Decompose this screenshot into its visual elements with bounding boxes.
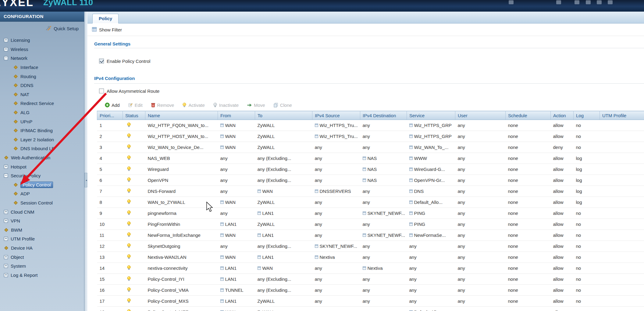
toolbar-remove-button[interactable]: Remove [151, 103, 174, 108]
cell-source[interactable]: any [312, 274, 360, 285]
expand-icon[interactable]: + [4, 264, 8, 268]
cell-status[interactable] [123, 208, 145, 219]
sidebar-item-layer-2-isolation[interactable]: Layer 2 Isolation [0, 135, 84, 144]
cell-user[interactable]: any [455, 153, 506, 164]
cell-status[interactable] [123, 142, 145, 153]
cell-schedule[interactable]: none [506, 230, 551, 241]
cell-destination[interactable]: any [360, 307, 407, 311]
cell-source[interactable]: any [312, 285, 360, 296]
sidebar-item-session-control[interactable]: Session Control [0, 198, 84, 208]
cell-service[interactable]: Wiz_HTTPS_GRP [407, 131, 455, 142]
cell-priority[interactable]: 9 [97, 208, 123, 219]
cell-service[interactable]: any [407, 296, 455, 307]
cell-from[interactable]: LAN1 [218, 274, 255, 285]
cell-from[interactable]: WAN [218, 197, 255, 208]
cell-action[interactable]: allow [551, 307, 574, 311]
tab-policy[interactable]: Policy [92, 14, 119, 24]
cell-priority[interactable]: 15 [97, 274, 123, 285]
cell-from[interactable]: any [218, 208, 255, 219]
sidebar-item-label[interactable]: DDNS [20, 83, 34, 88]
cell-status[interactable] [123, 131, 145, 142]
cell-schedule[interactable]: none [506, 307, 551, 311]
cell-log[interactable]: no [574, 131, 600, 142]
cell-status[interactable] [123, 285, 145, 296]
cell-from[interactable]: any [218, 153, 255, 164]
cell-schedule[interactable]: none [506, 164, 551, 175]
cell-log[interactable]: log [574, 153, 600, 164]
cell-schedule[interactable]: none [506, 263, 551, 274]
sidebar-item-device-ha[interactable]: Device HA [0, 244, 84, 253]
collapse-icon[interactable]: − [4, 174, 8, 178]
cell-priority[interactable]: 16 [97, 285, 123, 296]
cell-from[interactable]: any [218, 175, 255, 186]
cell-name[interactable]: nextiva-connectivity [145, 263, 218, 274]
toolbar-move-button[interactable]: Move [247, 103, 265, 108]
cell-to[interactable]: ZyWALL [255, 131, 312, 142]
cell-user[interactable]: any [455, 219, 506, 230]
cell-destination[interactable]: SKYNET_NEWF... [360, 230, 407, 241]
cell-from[interactable]: WAN [218, 230, 255, 241]
expand-icon[interactable]: + [4, 237, 8, 241]
cell-source[interactable]: any [312, 263, 360, 274]
policy-row-18[interactable]: 18Policy-Control_MEFWANZyWALLanyanyDefau… [97, 307, 644, 311]
cell-source[interactable]: any [312, 208, 360, 219]
sidebar-item-wireless[interactable]: +Wireless [0, 45, 84, 54]
policy-row-11[interactable]: 11NewForma_InfoExchangeWANLAN1anySKYNET_… [97, 230, 644, 241]
cell-name[interactable]: SkynetOutgoing [145, 241, 218, 252]
cell-utm[interactable] [600, 296, 644, 307]
toolbar-clone-button[interactable]: Clone [273, 103, 292, 108]
cell-priority[interactable]: 5 [97, 164, 123, 175]
cell-service[interactable]: Default_Allo... [407, 197, 455, 208]
cell-schedule[interactable]: none [506, 274, 551, 285]
cell-status[interactable] [123, 153, 145, 164]
cell-utm[interactable] [600, 186, 644, 197]
policy-row-8[interactable]: 8WAN_to_ZYWALLWANZyWALLanyanyDefault_All… [97, 197, 644, 208]
cell-utm[interactable] [600, 219, 644, 230]
policy-row-3[interactable]: 3Wiz_WAN_to_Device_De...WANZyWALLanyanyW… [97, 142, 644, 153]
cell-from[interactable]: WAN [218, 252, 255, 263]
cell-source[interactable]: any [312, 175, 360, 186]
cell-source[interactable]: any [312, 164, 360, 175]
cell-source[interactable]: any [312, 153, 360, 164]
cell-destination[interactable]: any [360, 120, 407, 131]
cell-status[interactable] [123, 274, 145, 285]
cell-destination[interactable]: NAS [360, 175, 407, 186]
sidebar-item-label[interactable]: Security Policy [11, 173, 41, 178]
sidebar-item-interface[interactable]: Interface [0, 63, 84, 72]
cell-priority[interactable]: 10 [97, 219, 123, 230]
cell-priority[interactable]: 12 [97, 241, 123, 252]
cell-schedule[interactable]: none [506, 131, 551, 142]
sidebar-item-system[interactable]: +System [0, 262, 84, 271]
cell-name[interactable]: NAS_WEB [145, 153, 218, 164]
cell-action[interactable]: allow [551, 197, 574, 208]
cell-to[interactable]: LAN1 [255, 230, 312, 241]
cell-from[interactable]: any [218, 186, 255, 197]
cell-from[interactable]: LAN1 [218, 219, 255, 230]
cell-source[interactable]: SKYNET_NEWF... [312, 241, 360, 252]
cell-from[interactable]: any [218, 241, 255, 252]
cell-priority[interactable]: 17 [97, 296, 123, 307]
sidebar-item-alg[interactable]: ALG [0, 108, 84, 117]
sidebar-item-label[interactable]: DNS Inbound LB [20, 146, 55, 151]
cell-log[interactable]: no [574, 219, 600, 230]
cell-destination[interactable]: any [360, 285, 407, 296]
cell-to[interactable]: ZyWALL [255, 219, 312, 230]
cell-priority[interactable]: 3 [97, 142, 123, 153]
column-header-service[interactable]: Service [407, 111, 455, 120]
cell-priority[interactable]: 18 [97, 307, 123, 311]
policy-row-2[interactable]: 2Wiz_HTTP_HOST_WAN_to...WANZyWALLWiz_HTT… [97, 131, 644, 142]
sidebar-item-label[interactable]: Routing [20, 74, 36, 79]
cell-action[interactable]: allow [551, 208, 574, 219]
cell-log[interactable]: no [574, 120, 600, 131]
cell-name[interactable]: Policy-Control_IYI [145, 274, 218, 285]
cell-utm[interactable] [600, 208, 644, 219]
cell-to[interactable]: any (Excluding... [255, 153, 312, 164]
column-header-action[interactable]: Action [551, 111, 574, 120]
cell-source[interactable]: any [312, 219, 360, 230]
sidebar-item-label[interactable]: Device HA [11, 245, 33, 251]
cell-log[interactable]: no [574, 142, 600, 153]
policy-row-5[interactable]: 5Wireguardanyany (Excluding...anyNASWire… [97, 164, 644, 175]
cell-log[interactable]: no [574, 274, 600, 285]
column-header-priori[interactable]: Priori... [97, 111, 123, 120]
policy-row-7[interactable]: 7DNS-ForwardanyWANDNSSERVERSanyDNSanynon… [97, 186, 644, 197]
